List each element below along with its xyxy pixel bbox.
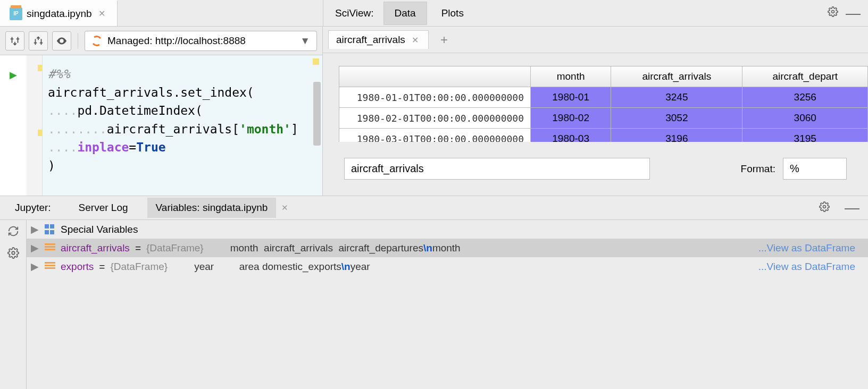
expand-icon[interactable]: ▶ bbox=[31, 260, 39, 273]
jupyter-icon bbox=[90, 35, 103, 47]
variable-preview: year area domestic_exports\nyear bbox=[194, 261, 370, 273]
close-icon[interactable]: ✕ bbox=[410, 35, 421, 45]
dataframe-icon bbox=[45, 262, 55, 272]
add-tab-button[interactable]: + bbox=[435, 32, 453, 47]
minimize-icon[interactable]: — bbox=[844, 9, 863, 18]
variable-preview: month aircraft_arrivals aircraft_departu… bbox=[230, 242, 461, 254]
svg-point-0 bbox=[832, 11, 834, 13]
data-table: month aircraft_arrivals aircraft_depart … bbox=[323, 53, 868, 142]
dataframe-icon bbox=[45, 243, 55, 253]
run-cell-below-button[interactable] bbox=[5, 31, 24, 50]
ipynb-icon: IP bbox=[10, 7, 22, 20]
gear-icon[interactable] bbox=[817, 199, 832, 217]
view-as-dataframe-link[interactable]: ...View as DataFrame bbox=[758, 261, 864, 273]
run-cell-icon[interactable]: ▶ bbox=[10, 69, 17, 81]
gear-icon[interactable] bbox=[825, 4, 840, 22]
col-arrivals[interactable]: aircraft_arrivals bbox=[611, 66, 742, 87]
variable-type: {DataFrame} bbox=[110, 261, 168, 273]
svg-point-2 bbox=[12, 251, 15, 255]
jupyter-label: Jupyter: bbox=[6, 198, 60, 218]
group-icon bbox=[45, 224, 55, 235]
tab-server-log[interactable]: Server Log bbox=[70, 198, 137, 218]
sciview-label: SciView: bbox=[329, 7, 380, 19]
editor-gutter bbox=[27, 55, 43, 196]
sciview-toolbar: SciView: Data Plots — bbox=[323, 0, 868, 26]
preview-button[interactable] bbox=[52, 31, 71, 50]
col-index[interactable] bbox=[339, 66, 531, 87]
run-cell-above-button[interactable] bbox=[29, 31, 48, 50]
tab-variables[interactable]: Variables: singdata.ipynb bbox=[147, 198, 277, 218]
chevron-down-icon: ▼ bbox=[300, 35, 310, 47]
file-tab-label: singdata.ipynb bbox=[27, 8, 92, 20]
variable-type: {DataFrame} bbox=[146, 242, 204, 254]
code-editor[interactable]: #%% aircraft_arrivals.set_index( ....pd.… bbox=[43, 55, 322, 196]
close-icon[interactable]: ✕ bbox=[96, 9, 107, 19]
code-cell-marker: #%% bbox=[48, 67, 70, 81]
data-tab[interactable]: aircraft_arrivals ✕ bbox=[328, 30, 429, 49]
file-tab-bar: IP singdata.ipynb ✕ bbox=[0, 0, 323, 26]
scrollbar-thumb[interactable] bbox=[313, 82, 321, 146]
format-input[interactable] bbox=[783, 158, 847, 180]
file-tab[interactable]: IP singdata.ipynb ✕ bbox=[0, 0, 118, 26]
expand-icon[interactable]: ▶ bbox=[31, 242, 39, 254]
special-variables-label: Special Variables bbox=[61, 224, 138, 235]
data-tab-label: aircraft_arrivals bbox=[336, 34, 405, 46]
variable-row[interactable]: ▶ aircraft_arrivals = {DataFrame} month … bbox=[27, 239, 868, 257]
expand-icon[interactable]: ▶ bbox=[31, 223, 39, 235]
variables-list: ▶ Special Variables ▶ aircraft_arrivals … bbox=[27, 220, 868, 389]
variable-row[interactable]: ▶ exports = {DataFrame} year area domest… bbox=[27, 257, 868, 276]
col-month[interactable]: month bbox=[531, 66, 611, 87]
table-row[interactable]: 1980-01-01T00:00:00.0000000001980-013245… bbox=[339, 87, 868, 108]
server-dropdown-label: Managed: http://localhost:8888 bbox=[107, 35, 246, 47]
bottom-panel-tabs: Jupyter: Server Log Variables: singdata.… bbox=[0, 196, 868, 220]
server-dropdown[interactable]: Managed: http://localhost:8888 ▼ bbox=[85, 31, 317, 51]
table-row[interactable]: 1980-03-01T00:00:00.0000000001980-033196… bbox=[339, 129, 868, 142]
svg-point-1 bbox=[823, 205, 826, 208]
variable-name: aircraft_arrivals bbox=[61, 242, 130, 254]
tab-plots[interactable]: Plots bbox=[430, 2, 475, 25]
table-row[interactable]: 1980-02-01T00:00:00.0000000001980-023052… bbox=[339, 108, 868, 129]
view-as-dataframe-link[interactable]: ...View as DataFrame bbox=[758, 242, 864, 254]
variable-name: exports bbox=[61, 261, 94, 273]
gear-icon[interactable] bbox=[7, 247, 19, 261]
special-variables-row[interactable]: ▶ Special Variables bbox=[27, 220, 868, 239]
close-icon[interactable]: ✕ bbox=[281, 203, 288, 213]
refresh-icon[interactable] bbox=[7, 225, 19, 240]
tab-data[interactable]: Data bbox=[383, 2, 427, 25]
col-depart[interactable]: aircraft_depart bbox=[742, 66, 868, 87]
minimize-icon[interactable]: — bbox=[842, 203, 862, 213]
format-label: Format: bbox=[741, 163, 775, 175]
variable-name-input[interactable] bbox=[344, 158, 650, 180]
data-tab-bar: aircraft_arrivals ✕ + bbox=[323, 27, 868, 53]
